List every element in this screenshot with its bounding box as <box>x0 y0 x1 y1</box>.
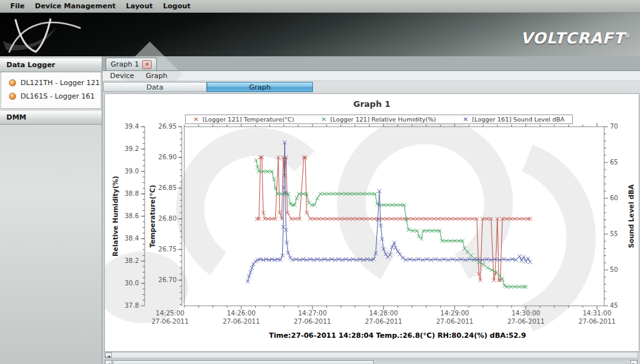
svg-text:38.4: 38.4 <box>125 235 139 242</box>
chart-legend: ✕[Logger 121] Temperature(°C)✕[Logger 12… <box>185 115 573 124</box>
docmenu-item-graph[interactable]: Graph <box>146 72 168 80</box>
svg-text:26.90: 26.90 <box>158 154 177 161</box>
chart-watermark <box>527 158 581 318</box>
inner-horizontal-scrollbar[interactable]: ◄ <box>104 352 638 358</box>
svg-text:70: 70 <box>610 123 618 130</box>
cursor-status-line: Time:27-06-2011 14:28:04 Temp.:26.8(°C) … <box>156 331 639 340</box>
x-tick-date: 27-06-2011 <box>152 318 189 325</box>
x-tick-time: 14:26:00 <box>227 310 255 317</box>
svg-text:26.85: 26.85 <box>158 184 177 191</box>
sidebar-item-dl161s-logger-161[interactable]: DL161S - Logger 161 <box>1 90 100 103</box>
legend-label: [Logger 121] Relative Humidity(%) <box>330 116 436 123</box>
svg-text:55: 55 <box>610 230 618 237</box>
chart-title: Graph 1 <box>353 99 390 109</box>
x-tick-time: 14:27:00 <box>298 310 327 317</box>
registered-mark: ® <box>625 33 631 39</box>
tab-data[interactable]: Data <box>103 82 207 92</box>
legend-marker-x-icon: ✕ <box>321 116 326 123</box>
legend-marker-x-icon: ✕ <box>463 116 468 123</box>
x-tick-date: 27-06-2011 <box>294 318 331 325</box>
logger-device-icon <box>9 79 16 86</box>
svg-text:26.95: 26.95 <box>158 123 177 130</box>
document-tab-strip: Graph 1 ✕ <box>102 56 640 71</box>
svg-text:45: 45 <box>610 302 618 309</box>
svg-text:26.70: 26.70 <box>158 276 177 283</box>
x-tick-date: 27-06-2011 <box>579 318 616 325</box>
svg-text:26.80: 26.80 <box>158 215 177 222</box>
chart-panel: Graph 139.439.239.038.838.638.438.230.03… <box>104 93 639 352</box>
x-tick-date: 27-06-2011 <box>365 318 402 325</box>
x-tick-date: 27-06-2011 <box>223 318 260 325</box>
menu-item-device-management[interactable]: Device Management <box>30 2 121 10</box>
scroll-right-icon[interactable]: ► <box>630 360 637 364</box>
humidity-axis-title: Relative Humidity(%) <box>111 176 119 257</box>
menu-item-layout[interactable]: Layout <box>121 2 158 10</box>
x-tick-date: 27-06-2011 <box>508 318 545 325</box>
menu-item-file[interactable]: File <box>5 2 30 10</box>
sidebar-item-label: DL161S - Logger 161 <box>20 92 95 100</box>
svg-text:39.0: 39.0 <box>125 168 139 175</box>
scroll-left-icon[interactable]: ◄ <box>105 352 112 358</box>
main-workspace: Graph 1 ✕ DeviceGraph Data Graph Graph 1… <box>102 56 640 364</box>
svg-text:38.6: 38.6 <box>125 212 139 219</box>
voltcraft-logo: VOLTCRAFT® <box>520 29 631 47</box>
docmenu-item-device[interactable]: Device <box>110 72 134 80</box>
x-tick-time: 14:25:00 <box>156 310 184 317</box>
tab-graph[interactable]: Graph <box>207 82 313 92</box>
sidebar-section-items: DL121TH - Logger 121DL161S - Logger 161 <box>1 72 100 109</box>
outer-horizontal-scrollbar[interactable]: ◄ ► <box>104 360 638 364</box>
chart-svg: Graph 139.439.239.038.838.638.438.230.03… <box>105 94 639 351</box>
tab-label: Graph 1 <box>111 60 139 68</box>
legend-marker-x-icon: ✕ <box>193 116 198 123</box>
app-window: FileDevice ManagementLayoutLogout VOLTCR… <box>0 0 640 364</box>
svg-text:65: 65 <box>610 159 618 166</box>
svg-text:37.8: 37.8 <box>125 302 139 309</box>
legend-label: [Logger 121] Temperature(°C) <box>202 116 294 123</box>
close-icon[interactable]: ✕ <box>142 60 152 69</box>
temperature-axis-title: Temperature(°C) <box>148 185 156 248</box>
brand-header: VOLTCRAFT® <box>0 13 640 56</box>
svg-text:50: 50 <box>610 266 618 273</box>
view-tab-bar: Data Graph <box>102 81 640 93</box>
sidebar-section-data-logger[interactable]: Data Logger <box>0 58 102 72</box>
legend-label: [Logger 161] Sound Level dBA <box>472 116 564 123</box>
svg-text:39.2: 39.2 <box>125 145 139 152</box>
scroll-left-icon[interactable]: ◄ <box>105 360 112 364</box>
legend-item-logger-121-relative-humidity: ✕[Logger 121] Relative Humidity(%) <box>321 116 436 123</box>
x-tick-time: 14:29:00 <box>440 310 469 317</box>
x-tick-time: 14:28:00 <box>369 310 398 317</box>
svg-text:30.0: 30.0 <box>125 280 139 287</box>
svg-text:39.4: 39.4 <box>125 123 139 130</box>
tab-graph-1[interactable]: Graph 1 ✕ <box>106 58 157 70</box>
x-tick-time: 14:30:00 <box>511 310 540 317</box>
legend-item-logger-161-sound-level-dba: ✕[Logger 161] Sound Level dBA <box>463 116 564 123</box>
svg-text:60: 60 <box>610 194 618 202</box>
menu-bar: FileDevice ManagementLayoutLogout <box>0 0 640 13</box>
x-tick-time: 14:31:00 <box>582 310 611 317</box>
logger-device-icon <box>9 93 16 100</box>
svg-text:38.8: 38.8 <box>125 190 139 197</box>
voltcraft-swoosh-icon <box>0 13 122 56</box>
scrollbar-thumb[interactable] <box>113 360 374 364</box>
menu-item-logout[interactable]: Logout <box>158 2 196 10</box>
chart-watermark <box>351 130 499 267</box>
document-menu-bar: DeviceGraph <box>102 70 640 81</box>
legend-item-logger-121-temperature-c: ✕[Logger 121] Temperature(°C) <box>193 116 294 123</box>
svg-text:26.75: 26.75 <box>158 246 177 253</box>
sidebar-item-label: DL121TH - Logger 121 <box>20 79 100 87</box>
sidebar-section-dmm[interactable]: DMM <box>0 111 102 125</box>
sidebar: Data LoggerDL121TH - Logger 121DL161S - … <box>0 56 102 364</box>
sound-axis-title: Sound Level dBA <box>627 184 635 248</box>
x-tick-date: 27-06-2011 <box>436 318 473 325</box>
svg-text:38.2: 38.2 <box>125 257 139 264</box>
sidebar-item-dl121th-logger-121[interactable]: DL121TH - Logger 121 <box>1 76 100 90</box>
